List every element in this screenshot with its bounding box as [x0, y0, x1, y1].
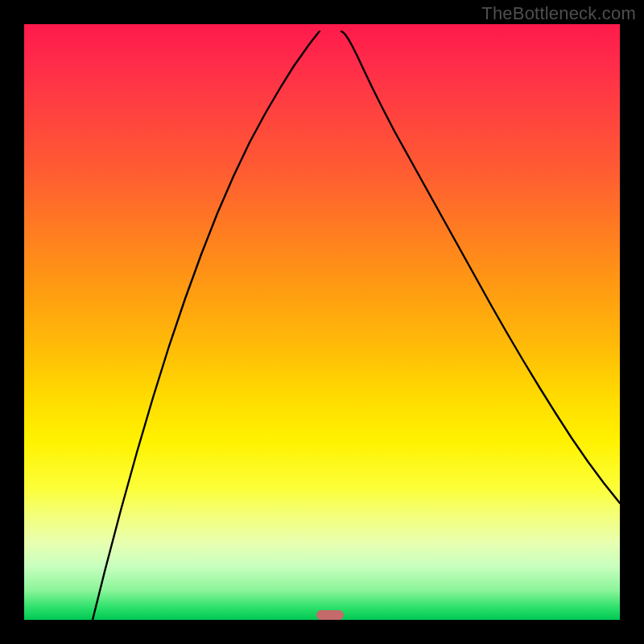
curve-overlay	[24, 24, 620, 620]
plot-area	[24, 24, 620, 620]
bottom-marker	[316, 610, 344, 620]
chart-frame: TheBottleneck.com	[0, 0, 644, 644]
right-curve	[341, 31, 620, 503]
watermark-text: TheBottleneck.com	[481, 3, 636, 24]
left-curve	[93, 31, 320, 620]
